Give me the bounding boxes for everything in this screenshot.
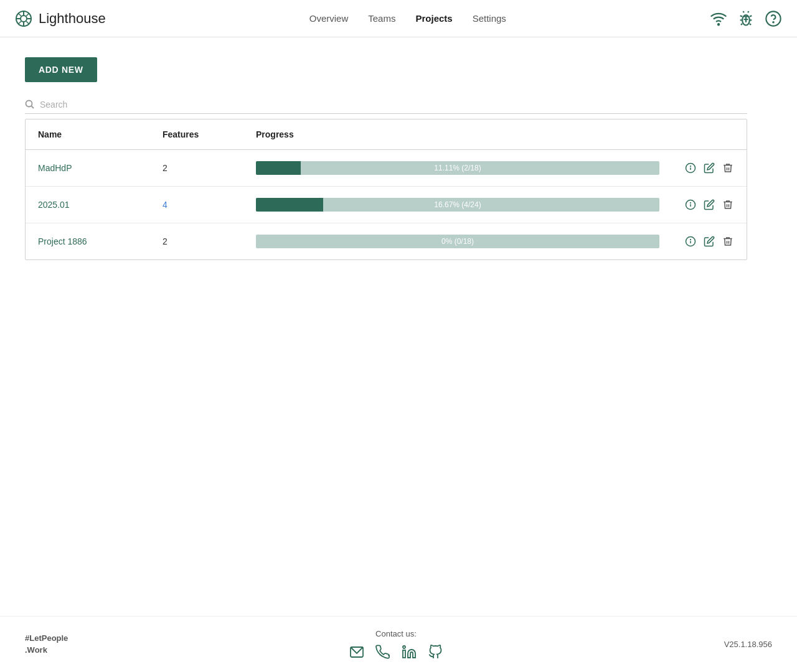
table-row: 2025.01 4 16.67% (4/24) [26, 187, 747, 223]
svg-line-8 [26, 13, 29, 16]
tagline-line1: #LetPeople [25, 633, 68, 644]
nav-teams[interactable]: Teams [368, 13, 395, 24]
main-nav: Overview Teams Projects Settings [309, 13, 506, 24]
svg-line-15 [32, 106, 34, 109]
svg-line-7 [26, 21, 29, 24]
header-actions [710, 10, 782, 27]
col-header-name: Name [38, 129, 163, 139]
features-count-1886: 2 [163, 236, 256, 246]
progress-label-madhop: 11.11% (2/18) [256, 161, 659, 175]
features-count-madhop: 2 [163, 163, 256, 173]
lighthouse-icon [15, 10, 32, 27]
progress-label-2025: 16.67% (4/24) [256, 198, 659, 212]
col-header-actions [659, 129, 734, 139]
logo-text: Lighthouse [39, 11, 106, 27]
footer-tagline: #LetPeople .Work [25, 633, 68, 655]
phone-icon[interactable] [375, 645, 390, 660]
header: Lighthouse Overview Teams Projects Setti… [0, 0, 797, 37]
nav-projects[interactable]: Projects [415, 13, 452, 24]
nav-settings[interactable]: Settings [473, 13, 506, 24]
logo[interactable]: Lighthouse [15, 10, 106, 27]
footer: #LetPeople .Work Contact us: [0, 616, 797, 672]
github-icon[interactable] [428, 645, 443, 660]
svg-line-6 [19, 13, 21, 16]
projects-table: Name Features Progress MadHdP 2 11.11% (… [25, 119, 747, 260]
svg-point-12 [766, 11, 780, 26]
delete-button-2025[interactable] [722, 198, 734, 211]
progress-label-1886: 0% (0/18) [256, 235, 659, 248]
tagline-line2: .Work [25, 645, 68, 656]
col-header-progress: Progress [256, 129, 659, 139]
svg-point-10 [718, 24, 719, 25]
project-name-2025[interactable]: 2025.01 [38, 200, 163, 210]
search-container [25, 100, 747, 114]
project-name-madhop[interactable]: MadHdP [38, 163, 163, 173]
nav-overview[interactable]: Overview [309, 13, 349, 24]
info-button-1886[interactable] [684, 235, 697, 248]
progress-container-2025: 16.67% (4/24) [256, 198, 659, 212]
info-button-madhop[interactable] [684, 162, 697, 174]
progress-bar-madhop: 11.11% (2/18) [256, 161, 659, 175]
main-content: ADD NEW Name Features Progress MadHdP 2 … [0, 37, 797, 616]
progress-bar-2025: 16.67% (4/24) [256, 198, 659, 212]
delete-button-1886[interactable] [722, 235, 734, 248]
footer-contact: Contact us: [349, 629, 443, 660]
delete-button-madhop[interactable] [722, 162, 734, 174]
edit-button-2025[interactable] [703, 198, 715, 211]
help-icon[interactable] [765, 10, 782, 27]
row-actions-2025 [659, 198, 734, 211]
row-actions-1886 [659, 235, 734, 248]
table-row: Project 1886 2 0% (0/18) [26, 223, 747, 259]
edit-button-madhop[interactable] [703, 162, 715, 174]
row-actions-madhop [659, 162, 734, 174]
col-header-features: Features [163, 129, 256, 139]
progress-container-1886: 0% (0/18) [256, 235, 659, 248]
svg-point-27 [403, 646, 405, 648]
email-icon[interactable] [349, 645, 364, 660]
signal-icon[interactable] [710, 10, 727, 27]
bug-icon[interactable] [737, 10, 755, 27]
table-header-row: Name Features Progress [26, 119, 747, 150]
add-new-button[interactable]: ADD NEW [25, 57, 97, 82]
footer-icons [349, 645, 443, 660]
contact-label: Contact us: [375, 629, 417, 638]
features-count-2025[interactable]: 4 [163, 200, 256, 210]
svg-point-1 [21, 16, 27, 22]
version-label: V25.1.18.956 [724, 640, 772, 649]
info-button-2025[interactable] [684, 198, 697, 211]
search-input[interactable] [40, 100, 747, 110]
table-row: MadHdP 2 11.11% (2/18) [26, 150, 747, 187]
linkedin-icon[interactable] [402, 645, 417, 660]
progress-bar-1886: 0% (0/18) [256, 235, 659, 248]
svg-rect-26 [403, 650, 405, 658]
search-icon [25, 100, 35, 110]
progress-container-madhop: 11.11% (2/18) [256, 161, 659, 175]
edit-button-1886[interactable] [703, 235, 715, 248]
project-name-1886[interactable]: Project 1886 [38, 236, 163, 246]
svg-point-14 [26, 101, 32, 107]
svg-line-9 [19, 21, 21, 24]
